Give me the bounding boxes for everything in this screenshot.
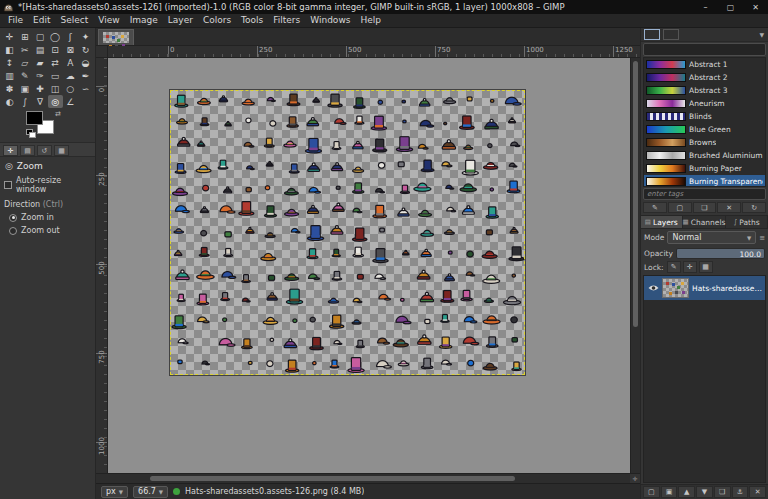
new-layer-button[interactable]: ▢ bbox=[643, 486, 660, 498]
horizontal-scrollbar[interactable] bbox=[108, 474, 630, 483]
tool-alignment[interactable]: ⊞ bbox=[17, 30, 32, 43]
tab-images[interactable]: ▦ bbox=[54, 145, 69, 156]
tool-shear[interactable]: ▱ bbox=[17, 56, 32, 69]
tool-paintbrush[interactable]: ✑ bbox=[32, 69, 47, 82]
titlebar[interactable]: *[Hats-sharedassets0.assets-126] (import… bbox=[0, 0, 768, 14]
tool-crop[interactable]: ⊡ bbox=[48, 43, 63, 56]
visibility-eye-icon[interactable] bbox=[647, 283, 659, 293]
image-tab[interactable] bbox=[98, 29, 134, 45]
tool-airbrush[interactable]: ☁ bbox=[63, 69, 78, 82]
opacity-slider[interactable]: 100.0 bbox=[676, 248, 765, 259]
tool-heal[interactable]: ✚ bbox=[32, 82, 47, 95]
lock-position-button[interactable]: ✛ bbox=[683, 261, 697, 273]
scrollbar-thumb[interactable] bbox=[150, 476, 515, 481]
lock-alpha-button[interactable]: ▦ bbox=[699, 261, 713, 273]
menu-image[interactable]: Image bbox=[125, 14, 163, 27]
duplicate-gradient-button[interactable]: ❏ bbox=[693, 202, 717, 213]
navigation-button[interactable]: ✛ bbox=[630, 474, 640, 483]
close-button[interactable]: ✕ bbox=[743, 0, 768, 14]
tool-measure[interactable]: ∠ bbox=[63, 95, 78, 108]
menu-file[interactable]: File bbox=[3, 14, 28, 27]
blend-mode-select[interactable]: Normal ▼ bbox=[667, 231, 756, 244]
canvas-viewport[interactable] bbox=[108, 58, 630, 473]
tool-free-select[interactable]: ʃ bbox=[63, 30, 78, 43]
gradient-item[interactable]: Burning Paper bbox=[644, 162, 765, 175]
vertical-ruler[interactable]: 02505007501000 bbox=[96, 58, 108, 473]
tool-dodge-burn[interactable]: ◐ bbox=[2, 95, 17, 108]
minimize-button[interactable]: – bbox=[693, 0, 718, 14]
gradient-item[interactable]: Browns bbox=[644, 136, 765, 149]
gradient-item[interactable]: Abstract 3 bbox=[644, 84, 765, 97]
tool-paths[interactable]: ∫ bbox=[17, 95, 32, 108]
delete-layer-button[interactable]: ✕ bbox=[749, 486, 766, 498]
tool-ink[interactable]: ✒ bbox=[78, 69, 93, 82]
raise-layer-button[interactable]: ▲ bbox=[678, 486, 695, 498]
gradient-item[interactable]: Abstract 1 bbox=[644, 58, 765, 71]
refresh-gradients-button[interactable]: ↻ bbox=[742, 202, 766, 213]
swap-colors-icon[interactable]: ⇄ bbox=[55, 110, 61, 118]
tag-entry-input[interactable]: enter tags bbox=[643, 188, 766, 200]
anchor-layer-button[interactable]: ⚓ bbox=[732, 486, 749, 498]
lower-layer-button[interactable]: ▼ bbox=[696, 486, 713, 498]
tab-patterns[interactable] bbox=[663, 29, 679, 40]
menu-help[interactable]: Help bbox=[355, 14, 386, 27]
menu-view[interactable]: View bbox=[93, 14, 124, 27]
menu-windows[interactable]: Windows bbox=[305, 14, 355, 27]
tool-bucket-fill[interactable]: ◒ bbox=[78, 56, 93, 69]
tool-gradient[interactable]: ▥ bbox=[2, 69, 17, 82]
tool-fuzzy-select[interactable]: ✦ bbox=[78, 30, 93, 43]
menu-colors[interactable]: Colors bbox=[198, 14, 236, 27]
scrollbar-thumb[interactable] bbox=[633, 61, 638, 327]
tool-mypaint-brush[interactable]: ✽ bbox=[2, 82, 17, 95]
tool-rectangle-select[interactable]: ▢ bbox=[32, 30, 47, 43]
tool-perspective[interactable]: ▰ bbox=[32, 56, 47, 69]
menu-tools[interactable]: Tools bbox=[236, 14, 268, 27]
tool-smudge[interactable]: ∽ bbox=[78, 82, 93, 95]
tool-foreground-select[interactable]: ▤ bbox=[32, 43, 47, 56]
radio-zoom-in[interactable]: Zoom in bbox=[4, 211, 91, 224]
new-gradient-button[interactable]: ▢ bbox=[668, 202, 692, 213]
edit-gradient-button[interactable]: ✎ bbox=[643, 202, 667, 213]
gradient-item[interactable]: Brushed Aluminium bbox=[644, 149, 765, 162]
switch-mode-icon[interactable]: ≡ bbox=[759, 234, 765, 242]
gradient-item[interactable]: Blinds bbox=[644, 110, 765, 123]
dock-tab-channels[interactable]: ▦Channels bbox=[683, 216, 727, 228]
gradient-filter-input[interactable] bbox=[643, 43, 766, 56]
tool-eraser[interactable]: ▭ bbox=[48, 69, 63, 82]
delete-gradient-button[interactable]: ✕ bbox=[717, 202, 741, 213]
tab-device-status[interactable]: ▤ bbox=[20, 145, 35, 156]
lock-pixels-button[interactable]: ✎ bbox=[667, 261, 681, 273]
gradient-item[interactable]: Burning Transparency bbox=[644, 175, 765, 187]
tool-scale[interactable]: ↕ bbox=[2, 56, 17, 69]
new-group-button[interactable]: ▣ bbox=[661, 486, 678, 498]
tool-pencil[interactable]: ✎ bbox=[17, 69, 32, 82]
menu-edit[interactable]: Edit bbox=[28, 14, 55, 27]
gradient-item[interactable]: Blue Green bbox=[644, 123, 765, 136]
tab-undo-history[interactable]: ↺ bbox=[37, 145, 52, 156]
tool-flip[interactable]: ⇄ bbox=[48, 56, 63, 69]
tool-zoom[interactable]: ◎ bbox=[48, 95, 63, 108]
unit-select[interactable]: px ▼ bbox=[101, 486, 128, 498]
maximize-button[interactable]: ▢ bbox=[718, 0, 743, 14]
menu-select[interactable]: Select bbox=[56, 14, 94, 27]
radio-zoom-out[interactable]: Zoom out bbox=[4, 224, 91, 237]
menu-filters[interactable]: Filters bbox=[268, 14, 305, 27]
gradient-item[interactable]: Abstract 2 bbox=[644, 71, 765, 84]
tool-ellipse-select[interactable]: ◯ bbox=[48, 30, 63, 43]
vertical-scrollbar[interactable] bbox=[630, 58, 640, 473]
tab-gradients[interactable] bbox=[644, 29, 660, 40]
tab-menu-button[interactable]: ▼ bbox=[759, 31, 765, 38]
tool-text[interactable]: A bbox=[63, 56, 78, 69]
duplicate-layer-button[interactable]: ❏ bbox=[714, 486, 731, 498]
dock-tab-layers[interactable]: ▤Layers bbox=[641, 216, 683, 228]
ruler-origin-button[interactable] bbox=[96, 46, 108, 58]
tool-scissors-select[interactable]: ✂ bbox=[17, 43, 32, 56]
tool-select-by-color[interactable]: ◧ bbox=[2, 43, 17, 56]
tool-blur-sharpen[interactable]: ○ bbox=[63, 82, 78, 95]
image-canvas[interactable] bbox=[170, 90, 525, 375]
tool-move[interactable]: ✛ bbox=[2, 30, 17, 43]
tab-tool-options[interactable]: ✛ bbox=[3, 145, 18, 156]
foreground-color-swatch[interactable] bbox=[26, 111, 43, 125]
tool-rotate[interactable]: ↻ bbox=[78, 43, 93, 56]
layer-row[interactable]: Hats-sharedassets0.assets-126 bbox=[644, 276, 765, 300]
